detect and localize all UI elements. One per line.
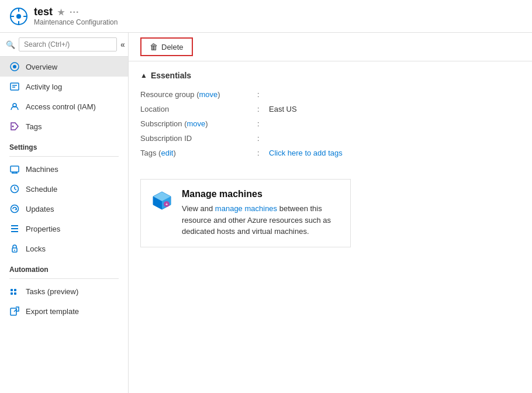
field-value: East US — [269, 102, 520, 116]
resource-type: Maintenance Configuration — [34, 18, 118, 26]
machines-icon — [9, 164, 20, 174]
sidebar-item-locks[interactable]: Locks — [0, 239, 128, 258]
field-separator: : — [257, 87, 269, 102]
field-label: Subscription ID — [140, 131, 257, 146]
manage-machines-card: + Manage machines View and manage machin… — [140, 179, 351, 247]
favorite-star[interactable]: ★ — [57, 8, 65, 17]
automation-divider — [9, 278, 119, 279]
svg-rect-29 — [14, 292, 16, 295]
updates-icon — [9, 204, 20, 214]
field-label: Location — [140, 102, 257, 116]
table-row: Subscription ID : — [140, 131, 520, 146]
field-value — [269, 87, 520, 102]
essentials-section: ▲ Essentials Resource group (move) : Loc… — [129, 61, 532, 170]
svg-point-12 — [12, 126, 14, 127]
sidebar-item-overview[interactable]: Overview — [0, 57, 128, 77]
sidebar-item-updates-label: Updates — [26, 205, 54, 213]
svg-text:+: + — [165, 202, 168, 206]
cards-row: + Manage machines View and manage machin… — [129, 170, 532, 257]
settings-section-header: Settings — [0, 136, 128, 154]
field-label: Subscription (move) — [140, 116, 257, 131]
sidebar-item-tasks[interactable]: Tasks (preview) — [0, 281, 128, 301]
svg-rect-26 — [11, 289, 13, 291]
svg-point-20 — [11, 205, 19, 213]
header-title: test ★ ··· — [34, 6, 118, 18]
settings-divider — [9, 156, 119, 157]
svg-line-19 — [15, 189, 16, 190]
sidebar-item-activity-log[interactable]: Activity log — [0, 77, 128, 96]
field-separator: : — [257, 116, 269, 131]
field-separator: : — [257, 131, 269, 146]
tasks-icon — [9, 286, 20, 297]
sidebar-item-machines[interactable]: Machines — [0, 159, 128, 179]
activity-log-icon — [9, 81, 20, 92]
add-tags-link[interactable]: Click here to add tags — [269, 149, 343, 157]
search-bar: 🔍 « — [0, 33, 128, 57]
sidebar-item-overview-label: Overview — [26, 63, 57, 71]
properties-icon — [9, 223, 20, 234]
locks-icon — [9, 243, 20, 254]
automation-section-header: Automation — [0, 258, 128, 276]
overview-icon — [9, 61, 20, 72]
sidebar-item-tags-label: Tags — [26, 122, 42, 131]
field-label: Tags (edit) — [140, 146, 257, 160]
schedule-icon — [9, 184, 20, 194]
svg-rect-8 — [11, 83, 19, 90]
table-row: Resource group (move) : — [140, 87, 520, 102]
essentials-table: Resource group (move) : Location : East … — [140, 87, 520, 160]
tags-icon — [9, 121, 20, 132]
svg-point-7 — [13, 65, 16, 68]
delete-button[interactable]: 🗑 Delete — [140, 37, 193, 56]
sidebar-item-properties[interactable]: Properties — [0, 219, 128, 239]
toolbar: 🗑 Delete — [129, 33, 532, 61]
sidebar-item-schedule-label: Schedule — [26, 185, 57, 194]
table-row: Location : East US — [140, 102, 520, 116]
manage-card-description: View and manage machines between this re… — [182, 203, 341, 237]
sidebar-item-activity-log-label: Activity log — [26, 82, 62, 91]
subscription-move-link[interactable]: move — [187, 119, 206, 128]
trash-icon: 🗑 — [150, 42, 158, 51]
field-separator: : — [257, 102, 269, 116]
search-input[interactable] — [19, 37, 117, 51]
svg-rect-21 — [11, 225, 18, 226]
main-layout: 🔍 « Overview Activity log Access control… — [0, 33, 532, 393]
field-value: Click here to add tags — [269, 146, 520, 160]
svg-point-1 — [16, 14, 21, 19]
content-area: 🗑 Delete ▲ Essentials Resource group (mo… — [129, 33, 532, 393]
tags-edit-link[interactable]: edit — [161, 149, 173, 157]
field-separator: : — [257, 146, 269, 160]
sidebar: 🔍 « Overview Activity log Access control… — [0, 33, 129, 393]
svg-rect-27 — [14, 289, 16, 291]
sidebar-item-tags[interactable]: Tags — [0, 116, 128, 136]
sidebar-item-access-control-label: Access control (IAM) — [26, 102, 96, 111]
search-icon: 🔍 — [6, 40, 15, 49]
essentials-chevron: ▲ — [140, 71, 147, 80]
manage-card-content: Manage machines View and manage machines… — [182, 189, 341, 237]
export-icon — [9, 306, 20, 316]
table-row: Tags (edit) : Click here to add tags — [140, 146, 520, 160]
sidebar-item-properties-label: Properties — [26, 225, 60, 233]
essentials-header: ▲ Essentials — [140, 71, 520, 80]
svg-rect-30 — [11, 308, 16, 315]
header-title-block: test ★ ··· Maintenance Configuration — [34, 6, 118, 26]
sidebar-item-updates[interactable]: Updates — [0, 199, 128, 219]
svg-rect-23 — [11, 231, 18, 232]
svg-point-25 — [14, 250, 15, 251]
manage-machines-icon: + — [150, 189, 174, 212]
field-value — [269, 131, 520, 146]
field-value — [269, 116, 520, 131]
sidebar-item-tasks-label: Tasks (preview) — [26, 287, 78, 296]
sidebar-item-access-control[interactable]: Access control (IAM) — [0, 96, 128, 116]
sidebar-item-machines-label: Machines — [26, 165, 58, 174]
app-icon — [9, 7, 28, 26]
sidebar-item-export[interactable]: Export template — [0, 301, 128, 321]
field-label: Resource group (move) — [140, 87, 257, 102]
table-row: Subscription (move) : — [140, 116, 520, 131]
sidebar-item-schedule[interactable]: Schedule — [0, 179, 128, 199]
more-options[interactable]: ··· — [70, 7, 79, 18]
collapse-button[interactable]: « — [120, 40, 125, 49]
header: test ★ ··· Maintenance Configuration — [0, 0, 532, 33]
sidebar-item-locks-label: Locks — [26, 244, 46, 253]
resource-group-move-link[interactable]: move — [199, 90, 217, 99]
access-control-icon — [9, 101, 20, 112]
